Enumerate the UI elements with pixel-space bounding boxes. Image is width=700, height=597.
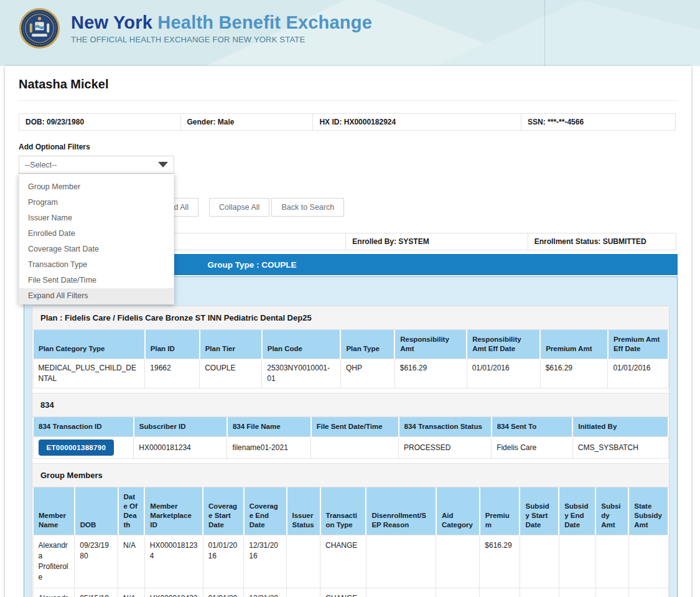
column-header: Member Marketplace ID <box>144 487 203 535</box>
column-header: 834 Transaction Status <box>399 417 492 437</box>
column-header: Responsibility Amt Eff Date <box>467 330 540 359</box>
subsidy-end-date <box>559 588 595 597</box>
column-header: 834 Sent To <box>492 417 573 437</box>
transaction-id-button[interactable]: ET000001388790 <box>39 440 114 456</box>
brand-tagline: THE OFFICIAL HEALTH EXCHANGE FOR NEW YOR… <box>71 35 372 44</box>
group-members-table: Member Name DOB Date Of Death Member Mar… <box>32 487 669 597</box>
subsidy-amt <box>595 535 628 588</box>
plan-detail-card: Plan : Fidelis Care / Fidelis Care Bronz… <box>32 306 670 597</box>
disenrollment-sep-reason <box>366 588 436 597</box>
responsibility-amt: $616.29 <box>394 359 467 388</box>
optional-filters-dropdown-menu: Group Member Program Issuer Name Enrolle… <box>19 174 174 304</box>
aid-category <box>436 535 480 588</box>
plan-section-header: Plan : Fidelis Care / Fidelis Care Bronz… <box>32 306 669 330</box>
group-member-row: Alexandra Profiterole 05/15/1978 N/A HX0… <box>33 588 668 597</box>
optional-filters-select-wrap: --Select-- Group Member Program Issuer N… <box>19 156 174 174</box>
main-panel: Natasha Mickel DOB: 09/23/1980 Gender: M… <box>5 66 691 597</box>
column-header: Member Name <box>33 487 75 535</box>
file-sent-date-time <box>311 437 399 459</box>
834-table-row: ET000001388790 HX0000181234 filename01-2… <box>33 437 668 459</box>
toolbar: Expand All Collapse All Back to Search <box>142 198 678 217</box>
select-current-value: --Select-- <box>25 161 57 169</box>
transaction-type: CHANGE <box>320 535 366 588</box>
back-to-search-button[interactable]: Back to Search <box>271 198 344 217</box>
brand-primary: New York <box>71 12 152 32</box>
column-header: Date Of Death <box>118 487 145 535</box>
member-gender: Gender: Male <box>180 113 314 131</box>
plan-category-type: MEDICAL_PLUS_CHILD_DENTAL <box>33 359 145 388</box>
member-marketplace-id: HX0000184321 <box>144 588 203 597</box>
column-header: Coverage Start Date <box>203 487 244 535</box>
column-header: Subsidy Amt <box>595 487 628 535</box>
column-header: 834 File Name <box>227 417 311 437</box>
member-dob: 09/23/1980 <box>75 535 118 588</box>
optional-filters-select[interactable]: --Select-- <box>19 156 174 174</box>
coverage-end-date: 12/31/2016 <box>244 588 287 597</box>
menu-item-enrolled-date[interactable]: Enrolled Date <box>19 226 174 242</box>
menu-item-expand-all-filters[interactable]: Expand All Filters <box>19 288 174 304</box>
column-header: Aid Category <box>436 487 480 535</box>
834-sent-to: Fidelis Care <box>492 437 573 459</box>
column-header: Transaction Type <box>320 487 366 535</box>
group-detail-panel: Plan : Fidelis Care / Fidelis Care Bronz… <box>24 276 678 597</box>
menu-item-transaction-type[interactable]: Transaction Type <box>19 257 174 273</box>
group-members-section-header: Group Members <box>32 463 669 487</box>
column-header: Plan ID <box>145 330 200 359</box>
column-header: Premium Amt <box>540 330 608 359</box>
member-dob: DOB: 09/23/1980 <box>19 113 181 131</box>
subscriber-id: HX0000181234 <box>134 437 227 459</box>
collapse-all-button[interactable]: Collapse All <box>209 198 269 217</box>
coverage-start-date: 01/01/2016 <box>203 535 244 588</box>
column-header: Premium Amt Eff Date <box>608 330 668 359</box>
column-header: Disenrollment/SEP Reason <box>366 487 436 535</box>
disenrollment-sep-reason <box>366 535 436 588</box>
group-member-row: Alexandra Profiterole 09/23/1980 N/A HX0… <box>33 535 668 588</box>
column-header: Initiated By <box>572 417 668 437</box>
state-subsidy-amt <box>628 535 668 588</box>
app-header: New York Health Benefit Exchange THE OFF… <box>0 0 700 66</box>
member-info-bar: DOB: 09/23/1980 Gender: Male HX ID: HX00… <box>19 113 678 131</box>
834-table-header-row: 834 Transaction ID Subscriber ID 834 Fil… <box>33 417 668 437</box>
coverage-start-date: 01/01/2016 <box>203 588 244 597</box>
834-table: 834 Transaction ID Subscriber ID 834 Fil… <box>32 417 669 459</box>
plan-code: 25303NY0010001-01 <box>262 359 341 388</box>
group-members-header-row: Member Name DOB Date Of Death Member Mar… <box>33 487 668 535</box>
menu-item-coverage-start-date[interactable]: Coverage Start Date <box>19 242 174 257</box>
date-of-death: N/A <box>118 588 145 597</box>
issuer-status <box>287 535 320 588</box>
834-section-header: 834 <box>32 393 669 417</box>
column-header: DOB <box>75 487 118 535</box>
plan-table-row: MEDICAL_PLUS_CHILD_DENTAL 19662 COUPLE 2… <box>33 359 668 388</box>
column-header: Plan Code <box>262 330 341 359</box>
column-header: Premium <box>480 487 520 535</box>
coverage-end-date: 12/31/2016 <box>244 535 287 588</box>
issuer-status <box>287 588 320 597</box>
column-header: Responsibility Amt <box>394 330 467 359</box>
member-dob: 05/15/1978 <box>75 588 118 597</box>
column-header: Subsidy End Date <box>559 487 595 535</box>
menu-item-issuer-name[interactable]: Issuer Name <box>19 210 174 226</box>
834-transaction-status-badge: PROCESSED <box>399 437 492 459</box>
column-header: Plan Tier <box>200 330 262 359</box>
brand-text: New York Health Benefit Exchange THE OFF… <box>71 12 372 44</box>
column-header: 834 Transaction ID <box>33 417 134 437</box>
header-background-shape <box>436 0 700 66</box>
transaction-type: CHANGE <box>320 588 366 597</box>
plan-type: QHP <box>340 359 394 388</box>
menu-item-file-sent-date-time[interactable]: File Sent Date/Time <box>19 273 174 288</box>
subsidy-amt <box>595 588 628 597</box>
column-header: Plan Type <box>340 330 394 359</box>
menu-item-group-member[interactable]: Group Member <box>19 179 174 195</box>
state-subsidy-amt <box>628 588 668 597</box>
column-header: File Sent Date/Time <box>311 417 399 437</box>
enrollment-status: Enrollment Status: SUBMITTED <box>528 233 676 250</box>
column-header: Subsidy Start Date <box>520 487 559 535</box>
brand: New York Health Benefit Exchange THE OFF… <box>19 7 372 49</box>
member-name: Alexandra Profiterole <box>33 588 75 597</box>
premium-amt: $616.29 <box>540 359 608 388</box>
initiated-by: CMS_SYSBATCH <box>572 437 668 459</box>
aid-category <box>436 588 480 597</box>
menu-item-program[interactable]: Program <box>19 195 174 210</box>
member-marketplace-id: HX0000181234 <box>144 535 203 588</box>
column-header: Coverage End Date <box>244 487 287 535</box>
